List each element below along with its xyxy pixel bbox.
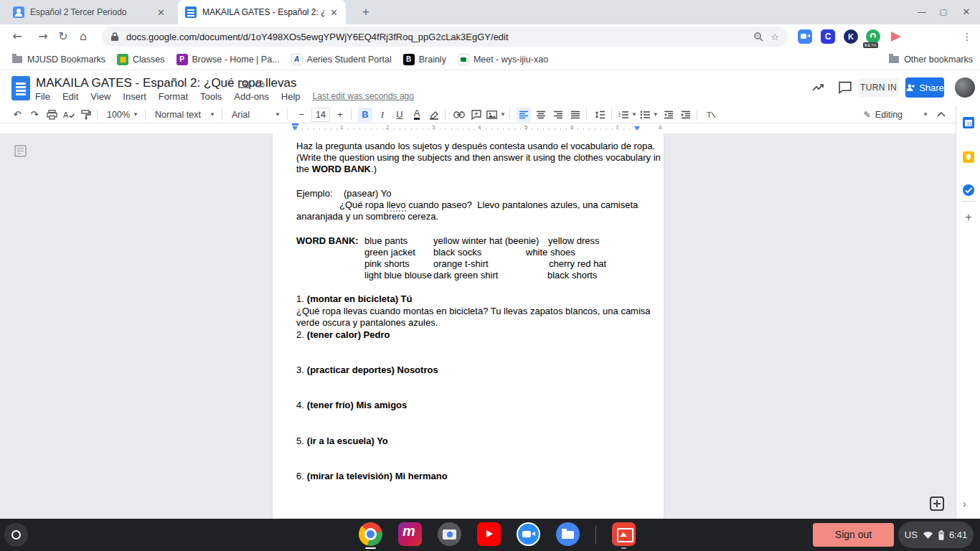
zoom-select[interactable]: 100%▼: [104, 108, 141, 122]
redo-icon[interactable]: ↷: [27, 108, 42, 122]
hide-side-panel-icon[interactable]: ›: [963, 497, 966, 509]
move-folder-icon[interactable]: [238, 80, 249, 88]
activity-trend-icon[interactable]: [811, 80, 826, 95]
paint-format-icon[interactable]: [79, 108, 93, 122]
home-button[interactable]: ⌂: [73, 27, 93, 47]
insert-link-icon[interactable]: [452, 108, 466, 122]
window-minimize-button[interactable]: —: [911, 0, 933, 24]
gallery-app-icon[interactable]: [612, 522, 636, 546]
get-addons-button[interactable]: +: [962, 211, 975, 224]
reload-button[interactable]: ↻: [53, 27, 73, 47]
document-canvas[interactable]: Haz la pregunta usando los sujetos y des…: [0, 133, 956, 519]
first-line-indent-marker[interactable]: [292, 123, 298, 126]
share-button[interactable]: Share: [905, 77, 944, 98]
menu-help[interactable]: Help: [281, 91, 301, 102]
zoom-extension-icon[interactable]: [798, 29, 812, 44]
last-edit-link[interactable]: Last edit was seconds ago: [313, 91, 414, 102]
italic-button[interactable]: I: [375, 108, 390, 122]
document-page[interactable]: Haz la pregunta usando los sujetos y des…: [273, 133, 664, 519]
font-size-value[interactable]: 14: [311, 108, 330, 122]
font-size-decrease[interactable]: −: [294, 108, 308, 122]
tasks-icon[interactable]: [962, 184, 975, 197]
font-size-increase[interactable]: +: [333, 108, 347, 122]
other-bookmarks[interactable]: Other bookmarks: [888, 54, 973, 65]
bookmark-brainly[interactable]: B Brainly: [403, 54, 446, 65]
bookmark-meet[interactable]: Meet - wys-ijiu-xao: [458, 54, 548, 65]
files-app-icon[interactable]: [556, 522, 580, 546]
menu-format[interactable]: Format: [159, 91, 188, 102]
numbered-list-icon[interactable]: 12▼: [618, 108, 637, 122]
tab-classroom[interactable]: Español 2 Tercer Periodo ✕: [6, 0, 172, 24]
menu-view[interactable]: View: [90, 91, 110, 102]
window-close-button[interactable]: ✕: [956, 0, 977, 24]
undo-icon[interactable]: ↶: [10, 108, 24, 122]
explore-button[interactable]: [928, 495, 946, 512]
clear-formatting-icon[interactable]: T: [704, 108, 718, 122]
decrease-indent-icon[interactable]: [661, 108, 676, 122]
youtube-app-icon[interactable]: [477, 522, 501, 546]
align-center-button[interactable]: [534, 108, 548, 122]
increase-indent-icon[interactable]: [679, 108, 693, 122]
ruler[interactable]: 1 2 3 4 5 6 7 8: [0, 123, 956, 133]
line-spacing-icon[interactable]: [593, 108, 608, 122]
bookmark-classes[interactable]: ▣ Classes: [117, 54, 164, 65]
align-right-button[interactable]: [551, 108, 565, 122]
clever-extension-icon[interactable]: C: [821, 29, 835, 44]
hide-menus-button[interactable]: [934, 108, 948, 122]
calendar-icon[interactable]: 31: [962, 116, 975, 129]
launcher-button[interactable]: [4, 523, 28, 547]
insert-image-icon[interactable]: ▼: [486, 108, 506, 122]
bookmark-aeries[interactable]: A Aeries Student Portal: [291, 54, 392, 65]
menu-file[interactable]: File: [35, 91, 50, 102]
kami-extension-icon[interactable]: K: [844, 29, 858, 44]
highlight-color-button[interactable]: [427, 108, 441, 122]
chrome-app-icon[interactable]: [359, 522, 382, 546]
tab-docs[interactable]: MAKAILA GATES - Español 2: ¿Q ✕: [178, 0, 346, 24]
tab-close-icon[interactable]: ✕: [330, 7, 338, 18]
add-comment-icon[interactable]: [469, 108, 484, 122]
window-maximize-button[interactable]: ▢: [933, 0, 954, 24]
bulleted-list-icon[interactable]: ▼: [640, 108, 659, 122]
browser-menu-icon[interactable]: ⋮: [957, 27, 977, 47]
status-tray[interactable]: US 6:41: [898, 522, 974, 548]
spellcheck-icon[interactable]: A: [62, 108, 76, 122]
align-left-button[interactable]: [517, 108, 531, 122]
text-color-button[interactable]: A: [410, 108, 424, 122]
menu-addons[interactable]: Add-ons: [234, 91, 268, 102]
goguardian-extension-icon[interactable]: BETA: [866, 29, 880, 44]
new-tab-button[interactable]: +: [357, 4, 374, 21]
user-avatar[interactable]: [955, 77, 975, 98]
right-indent-marker[interactable]: [634, 126, 640, 131]
star-document-icon[interactable]: ☆: [224, 77, 232, 88]
keep-icon[interactable]: [962, 151, 975, 164]
align-justify-button[interactable]: [568, 108, 583, 122]
bookmark-mjusd-folder[interactable]: MJUSD Bookmarks: [11, 54, 105, 65]
bookmark-browse[interactable]: P Browse - Home | Pa...: [176, 54, 280, 65]
document-outline-icon[interactable]: [14, 145, 27, 157]
zoom-page-icon[interactable]: [753, 32, 763, 42]
menu-insert[interactable]: Insert: [123, 91, 146, 102]
comments-icon[interactable]: [838, 80, 852, 95]
cloud-saved-icon[interactable]: [255, 80, 266, 88]
bookmark-star-icon[interactable]: ☆: [771, 32, 779, 42]
menu-edit[interactable]: Edit: [62, 91, 78, 102]
print-icon[interactable]: [44, 108, 59, 122]
address-bar[interactable]: docs.google.com/document/d/1oY498XOs5ewg…: [102, 27, 788, 47]
font-select[interactable]: Arial▼: [229, 108, 283, 122]
turn-in-button[interactable]: TURN IN: [858, 78, 899, 97]
mode-select[interactable]: ✎ Editing ▼: [864, 110, 928, 120]
sign-out-button[interactable]: Sign out: [813, 523, 894, 547]
tab-close-icon[interactable]: ✕: [157, 7, 165, 18]
underline-button[interactable]: U: [392, 108, 407, 122]
bold-button[interactable]: B: [358, 108, 372, 122]
screencastify-extension-icon[interactable]: [890, 29, 904, 44]
back-button[interactable]: ←: [7, 27, 27, 47]
docs-logo-icon[interactable]: [11, 76, 30, 100]
forward-button[interactable]: →: [33, 27, 53, 47]
myon-app-icon[interactable]: [398, 522, 422, 546]
zoom-app-icon[interactable]: [517, 522, 540, 546]
left-indent-marker[interactable]: [292, 126, 298, 131]
menu-tools[interactable]: Tools: [200, 91, 222, 102]
styles-select[interactable]: Normal text▼: [152, 108, 218, 122]
camera-app-icon[interactable]: [438, 522, 461, 546]
